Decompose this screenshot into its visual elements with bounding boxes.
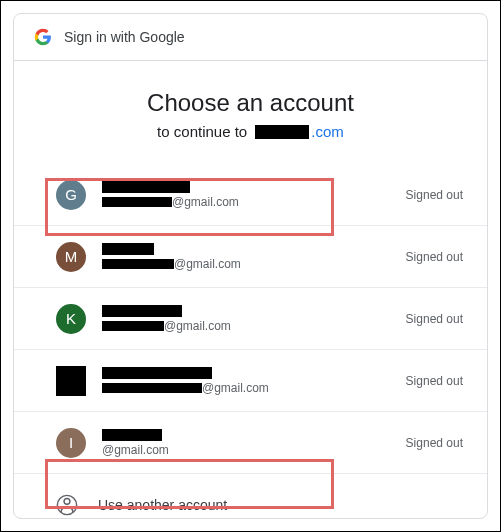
redacted-app-name <box>255 125 309 139</box>
redacted-name <box>102 181 190 193</box>
status-badge: Signed out <box>406 436 463 450</box>
header-title: Sign in with Google <box>64 29 185 45</box>
account-row[interactable]: M@gmail.comSigned out <box>14 226 487 288</box>
redacted-name <box>102 305 182 317</box>
google-logo-icon <box>34 28 52 46</box>
avatar: M <box>56 242 86 272</box>
page-title: Choose an account <box>14 89 487 117</box>
avatar: I <box>56 428 86 458</box>
redacted-email-local <box>102 321 164 331</box>
email-line: @gmail.com <box>102 257 394 271</box>
account-row[interactable]: K@gmail.comSigned out <box>14 288 487 350</box>
status-badge: Signed out <box>406 374 463 388</box>
continue-prefix: to continue to <box>157 123 247 140</box>
use-another-label: Use another account <box>98 497 227 513</box>
status-badge: Signed out <box>406 188 463 202</box>
redacted-name <box>102 243 154 255</box>
account-info: @gmail.com <box>102 429 394 457</box>
account-info: @gmail.com <box>102 367 394 395</box>
email-suffix: @gmail.com <box>164 319 231 333</box>
use-another-account-button[interactable]: Use another account <box>14 474 487 518</box>
redacted-email-local <box>102 259 174 269</box>
email-suffix: @gmail.com <box>102 443 169 457</box>
email-suffix: @gmail.com <box>174 257 241 271</box>
account-row[interactable]: @gmail.comSigned out <box>14 350 487 412</box>
header: Sign in with Google <box>14 14 487 61</box>
avatar: G <box>56 180 86 210</box>
email-line: @gmail.com <box>102 319 394 333</box>
redacted-email-local <box>102 383 202 393</box>
svg-point-0 <box>64 498 70 504</box>
email-line: @gmail.com <box>102 195 394 209</box>
person-add-icon <box>56 494 78 516</box>
email-suffix: @gmail.com <box>172 195 239 209</box>
account-list: G@gmail.comSigned outM@gmail.comSigned o… <box>14 164 487 474</box>
avatar: K <box>56 304 86 334</box>
redacted-name <box>102 429 162 441</box>
continue-domain[interactable]: .com <box>311 123 344 140</box>
redacted-name <box>102 367 212 379</box>
continue-line: to continue to .com <box>14 123 487 140</box>
redacted-email-local <box>102 197 172 207</box>
status-badge: Signed out <box>406 312 463 326</box>
email-suffix: @gmail.com <box>202 381 269 395</box>
email-line: @gmail.com <box>102 381 394 395</box>
main-content: Choose an account to continue to .com G@… <box>14 61 487 518</box>
account-info: @gmail.com <box>102 181 394 209</box>
account-chooser-card: Sign in with Google Choose an account to… <box>13 13 488 519</box>
status-badge: Signed out <box>406 250 463 264</box>
account-info: @gmail.com <box>102 305 394 333</box>
account-row[interactable]: I@gmail.comSigned out <box>14 412 487 474</box>
account-info: @gmail.com <box>102 243 394 271</box>
email-line: @gmail.com <box>102 443 394 457</box>
avatar <box>56 366 86 396</box>
account-row[interactable]: G@gmail.comSigned out <box>14 164 487 226</box>
